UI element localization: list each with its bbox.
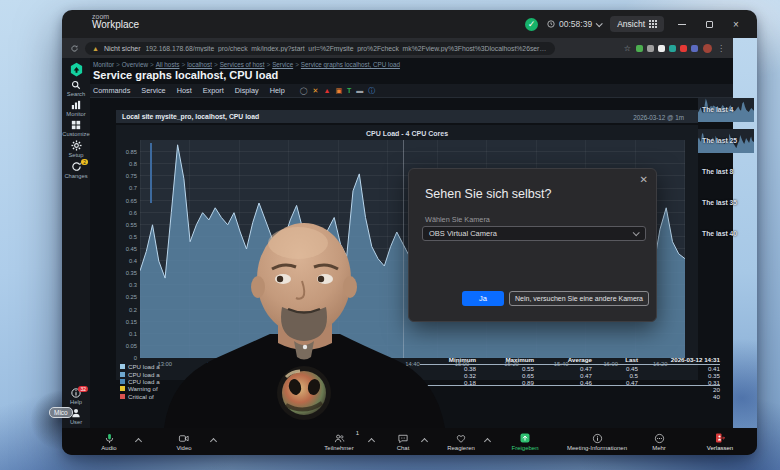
help-badge: 32	[78, 386, 88, 392]
close-button[interactable]: ×	[727, 16, 745, 32]
y-axis-tick-label: 0.4	[129, 258, 140, 264]
react-options-chevron[interactable]	[484, 438, 491, 445]
more-button[interactable]: Mehr	[642, 428, 676, 455]
menu-items[interactable]: CommandsServiceHostExportDisplayHelp	[93, 86, 285, 95]
share-button[interactable]: Freigeben	[502, 428, 548, 455]
profile-avatar[interactable]	[703, 44, 712, 53]
meeting-info-label: Meeting-Informationen	[567, 445, 627, 451]
legend-label: CPU load a	[128, 378, 160, 385]
legend-color-chip	[120, 394, 125, 399]
menu-item[interactable]: Help	[270, 86, 285, 95]
camera-select[interactable]: OBS Virtual Camera	[422, 226, 646, 241]
commands-icon[interactable]: ▣	[335, 87, 342, 94]
audio-button[interactable]: Audio	[84, 428, 134, 455]
encryption-shield-icon[interactable]: ✓	[525, 18, 538, 31]
view-grid-icon	[649, 20, 657, 28]
toggle-icon[interactable]: ▬	[356, 87, 363, 94]
video-button[interactable]: Video	[159, 428, 209, 455]
y-axis-tick-label: 0.3	[129, 282, 140, 288]
breadcrumb[interactable]: Monitor>Overview>All hosts>localhost>Ser…	[93, 61, 400, 68]
graph-timestamp-note: 2026-03-12 @ 1m	[633, 114, 684, 121]
breadcrumb-item[interactable]: Service graphs localhost, CPU load	[301, 61, 400, 68]
stats-cell	[592, 393, 638, 400]
sidebar-item-help[interactable]: 32 Help	[62, 388, 90, 405]
stats-cell	[534, 393, 592, 400]
extension-icon[interactable]	[636, 45, 643, 52]
checkmk-logo[interactable]	[62, 62, 90, 77]
breadcrumb-item[interactable]: Overview	[122, 61, 148, 68]
stats-header-cell: Average	[534, 356, 592, 364]
zoom-toolbar: Audio Video 1 Teilnehmer Chat	[62, 428, 757, 455]
extension-icons[interactable]	[636, 45, 698, 52]
y-axis-tick-label: 0.5	[129, 234, 140, 240]
extension-icon[interactable]	[680, 45, 687, 52]
meeting-timer[interactable]: 00:58:39	[547, 19, 601, 29]
checkmk-sidebar: Search Monitor Customize Setup 2 C	[62, 58, 90, 428]
breadcrumb-item[interactable]: All hosts	[156, 61, 180, 68]
timerange-label: The last 25	[702, 137, 737, 144]
menu-item[interactable]: Export	[203, 86, 224, 95]
microphone-icon	[104, 433, 115, 444]
sidebar-item-changes[interactable]: 2 Changes	[62, 161, 90, 179]
timerange-item[interactable]: The last 35	[698, 191, 733, 213]
alert-triangle-icon[interactable]: ▲	[323, 87, 330, 94]
view-button[interactable]: Ansicht	[610, 16, 664, 32]
breadcrumb-item[interactable]: localhost	[187, 61, 212, 68]
heart-icon	[455, 433, 467, 444]
reload-icon[interactable]	[70, 44, 79, 53]
stats-header-cell: Last	[592, 356, 638, 364]
filter-icon[interactable]: T	[347, 87, 351, 94]
filter-x-icon[interactable]: ✕	[313, 87, 319, 94]
extension-icon[interactable]	[658, 45, 665, 52]
participants-count: 1	[356, 430, 359, 436]
sidebar-item-search[interactable]: Search	[62, 80, 90, 97]
maximize-button[interactable]	[700, 16, 718, 32]
info-circle-icon[interactable]: ⓘ	[368, 87, 375, 94]
sidebar-item-setup[interactable]: Setup	[62, 140, 90, 158]
menu-item[interactable]: Host	[177, 86, 192, 95]
participants-label: Teilnehmer	[324, 445, 353, 451]
chat-button[interactable]: Chat	[386, 428, 420, 455]
stats-cell: 0.47	[592, 379, 638, 386]
menu-item[interactable]: Commands	[93, 86, 130, 95]
meeting-info-button[interactable]: Meeting-Informationen	[558, 428, 636, 455]
extension-icon[interactable]	[647, 45, 654, 52]
breadcrumb-item[interactable]: Service	[272, 61, 293, 68]
timerange-item[interactable]: The last 40	[698, 222, 733, 244]
menu-item[interactable]: Display	[235, 86, 259, 95]
circle-icon[interactable]: ◯	[300, 87, 308, 94]
breadcrumb-item[interactable]: Monitor	[93, 61, 114, 68]
video-options-chevron[interactable]	[210, 438, 217, 445]
bookmark-star-icon[interactable]: ☆	[624, 44, 631, 53]
gear-icon	[71, 140, 82, 151]
extension-icon[interactable]	[669, 45, 676, 52]
chat-options-chevron[interactable]	[421, 438, 428, 445]
timerange-item[interactable]: The last 8	[698, 160, 733, 182]
breadcrumb-item[interactable]: Services of host	[220, 61, 265, 68]
browser-menu-icon[interactable]: ⋮	[717, 44, 725, 53]
sidebar-item-customize[interactable]: Customize	[62, 120, 90, 137]
leave-button[interactable]: Verlassen	[697, 428, 743, 455]
audio-options-chevron[interactable]	[135, 438, 142, 445]
confirm-button[interactable]: Ja	[462, 291, 504, 306]
participants-button[interactable]: 1 Teilnehmer	[311, 428, 367, 455]
participants-options-chevron[interactable]	[368, 438, 375, 445]
timerange-label: The last 4	[702, 106, 733, 113]
menu-item[interactable]: Service	[141, 86, 165, 95]
camera-select-label: Wählen Sie Kamera	[425, 215, 490, 224]
timerange-item[interactable]: The last 25	[698, 129, 733, 153]
react-button[interactable]: Reagieren	[439, 428, 483, 455]
minimize-button[interactable]	[673, 16, 691, 32]
timerange-item[interactable]: The last 4	[698, 98, 733, 122]
page-title: Service graphs localhost, CPU load	[93, 69, 278, 81]
dialog-close-icon[interactable]: ✕	[640, 174, 648, 185]
address-bar[interactable]: ▲ Nicht sicher 192.168.178.68/mysite_pro…	[85, 42, 555, 55]
sidebar-item-monitor[interactable]: Monitor	[62, 100, 90, 117]
deny-button[interactable]: Nein, versuchen Sie eine andere Kamera	[509, 291, 649, 306]
not-secure-warning-icon: ▲	[92, 45, 99, 52]
chat-label: Chat	[397, 445, 410, 451]
stats-cell: 0.47	[534, 365, 592, 372]
y-axis-tick-label: 0.85	[126, 149, 140, 155]
extension-icon[interactable]	[691, 45, 698, 52]
camera-select-value: OBS Virtual Camera	[429, 229, 497, 238]
